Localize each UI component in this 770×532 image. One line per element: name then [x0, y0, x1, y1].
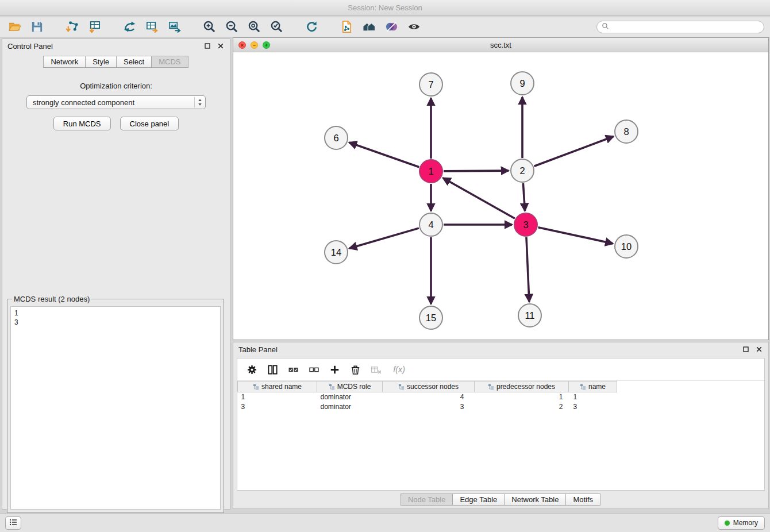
cell-mcds-role[interactable]: dominator: [317, 392, 383, 402]
close-panel-icon[interactable]: [217, 43, 225, 50]
tab-mcds[interactable]: MCDS: [151, 56, 188, 68]
search-input[interactable]: [612, 23, 759, 31]
edge-4-14[interactable]: [349, 228, 419, 248]
node-15[interactable]: 15: [419, 306, 442, 329]
column-header-mcds-role[interactable]: MCDS role: [317, 381, 383, 392]
first-neighbors-button[interactable]: [121, 19, 138, 35]
cell-successor-nodes[interactable]: 3: [383, 402, 475, 412]
table-row-3[interactable]: 3dominator323: [238, 402, 765, 412]
panel-list-button[interactable]: [5, 516, 21, 530]
cell-predecessor-nodes[interactable]: 2: [475, 402, 569, 412]
node-11[interactable]: 11: [518, 304, 541, 327]
table-tab-edge-table[interactable]: Edge Table: [452, 494, 505, 506]
column-sort-icon[interactable]: [398, 384, 405, 390]
table-mode-button[interactable]: [247, 364, 257, 375]
edge-1-6[interactable]: [349, 142, 419, 167]
svg-text:11: 11: [525, 310, 534, 321]
cell-shared-name[interactable]: 3: [238, 402, 317, 412]
tab-network[interactable]: Network: [43, 56, 86, 68]
edge-2-3[interactable]: [523, 183, 525, 211]
edge-3-11[interactable]: [526, 237, 529, 302]
zoom-selected-button[interactable]: [268, 19, 285, 35]
mcds-result-list[interactable]: 1 3: [10, 306, 221, 510]
zoom-fit-button[interactable]: [245, 19, 263, 35]
node-6[interactable]: 6: [325, 126, 348, 149]
node-10[interactable]: 10: [615, 235, 638, 258]
node-9[interactable]: 9: [511, 72, 534, 95]
select-all-rows-button[interactable]: [288, 364, 299, 375]
edge-3-10[interactable]: [538, 228, 613, 244]
save-session-button[interactable]: [28, 19, 45, 35]
column-header-predecessor-nodes[interactable]: predecessor nodes: [475, 381, 569, 392]
node-1[interactable]: 1: [419, 160, 442, 183]
column-sort-icon[interactable]: [580, 384, 586, 390]
node-8[interactable]: 8: [615, 120, 638, 143]
column-header-shared-name[interactable]: shared name: [238, 381, 317, 392]
optimization-dropdown[interactable]: strongly connected component: [26, 95, 206, 109]
column-sort-icon[interactable]: [253, 384, 259, 390]
column-sort-icon[interactable]: [488, 384, 494, 390]
search-box[interactable]: [596, 21, 764, 33]
edge-3-1[interactable]: [443, 178, 515, 218]
zoom-out-button[interactable]: [223, 19, 240, 35]
network-graph[interactable]: 7968124314101511: [233, 52, 768, 340]
table-tab-network-table[interactable]: Network Table: [504, 494, 566, 506]
zoom-in-button[interactable]: [201, 19, 218, 35]
float-table-panel-icon[interactable]: [742, 346, 750, 353]
cell-filler: [617, 392, 765, 402]
edge-2-8[interactable]: [534, 136, 614, 166]
import-table-from-file-button[interactable]: [86, 19, 103, 35]
network-overview-button[interactable]: [360, 19, 378, 35]
create-column-button[interactable]: [329, 364, 340, 375]
table-tab-node-table[interactable]: Node Table: [401, 494, 453, 506]
close-window-icon[interactable]: ×: [238, 41, 246, 49]
column-header-successor-nodes[interactable]: successor nodes: [383, 381, 475, 392]
column-label: predecessor nodes: [496, 383, 555, 391]
close-table-panel-icon[interactable]: [756, 346, 763, 353]
cell-successor-nodes[interactable]: 4: [383, 392, 475, 402]
memory-button[interactable]: Memory: [718, 516, 765, 530]
node-2[interactable]: 2: [511, 159, 534, 182]
import-network-from-file-button[interactable]: [63, 19, 80, 35]
maximize-window-icon[interactable]: +: [263, 41, 270, 49]
table-tab-motifs[interactable]: Motifs: [565, 494, 600, 506]
edge-1-2[interactable]: [444, 171, 509, 171]
dropdown-value: strongly connected component: [33, 98, 134, 107]
mcds-result-box: MCDS result (2 nodes) 1 3: [7, 295, 224, 513]
column-header-name[interactable]: name: [569, 381, 617, 392]
column-sort-icon[interactable]: [329, 384, 335, 390]
minimize-window-icon[interactable]: −: [251, 41, 258, 49]
column-label: shared name: [261, 383, 302, 391]
open-session-button[interactable]: [6, 19, 23, 35]
network-window-titlebar[interactable]: × − + scc.txt: [233, 38, 768, 52]
run-mcds-button[interactable]: Run MCDS: [53, 117, 111, 130]
show-columns-button[interactable]: [267, 364, 278, 375]
cell-mcds-role[interactable]: dominator: [317, 402, 383, 412]
cell-name[interactable]: 3: [569, 402, 617, 412]
cell-predecessor-nodes[interactable]: 1: [475, 392, 569, 402]
apply-style-button[interactable]: [383, 19, 400, 35]
node-4[interactable]: 4: [419, 213, 442, 236]
close-panel-button[interactable]: Close panel: [120, 117, 179, 130]
tab-select[interactable]: Select: [116, 56, 152, 68]
node-3[interactable]: 3: [514, 213, 537, 236]
mcds-panel: Optimization criterion: strongly connect…: [2, 82, 230, 518]
table-panel: Table Panel f(x) shared nameMCDS rolesuc…: [233, 342, 769, 509]
tab-style[interactable]: Style: [85, 56, 117, 68]
export-image-button[interactable]: [165, 19, 183, 35]
float-panel-icon[interactable]: [204, 43, 211, 50]
node-7[interactable]: 7: [419, 73, 442, 96]
clone-network-button[interactable]: [338, 19, 355, 35]
cell-filler: [617, 402, 765, 412]
column-label: name: [588, 383, 606, 391]
export-table-button[interactable]: [143, 19, 160, 35]
cell-name[interactable]: 1: [569, 392, 617, 402]
column-label: successor nodes: [407, 383, 459, 391]
node-14[interactable]: 14: [325, 241, 348, 264]
table-row-1[interactable]: 1dominator411: [238, 392, 765, 402]
cell-shared-name[interactable]: 1: [238, 392, 317, 402]
deselect-all-rows-button[interactable]: [309, 364, 319, 375]
refresh-view-button[interactable]: [303, 19, 320, 35]
delete-columns-button[interactable]: [350, 364, 361, 375]
show-hide-graphics-button[interactable]: [405, 19, 422, 35]
